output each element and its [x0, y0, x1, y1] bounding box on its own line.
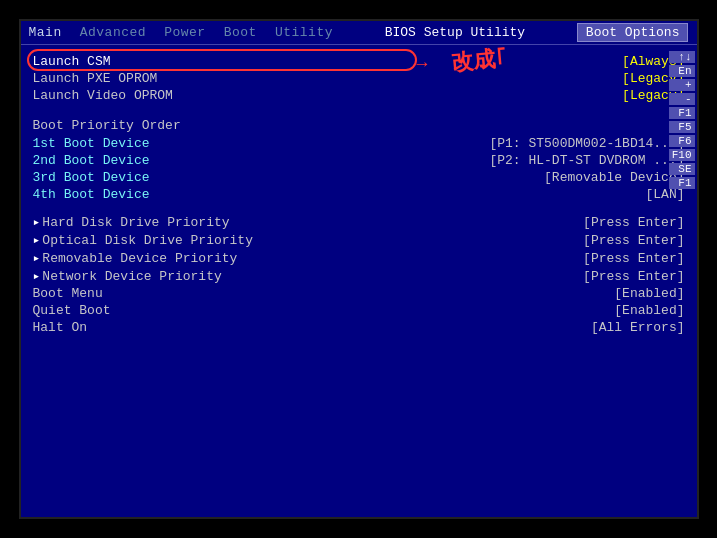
menu-utility[interactable]: Utility [275, 25, 333, 40]
launch-video-label: Launch Video OPROM [33, 88, 173, 103]
bios-screen: Main Advanced Power Boot Utility BIOS Se… [19, 19, 699, 519]
menu-power[interactable]: Power [164, 25, 206, 40]
boot-device-2-label: 2nd Boot Device [33, 153, 150, 168]
key-extra: F1 [669, 177, 695, 189]
boot-device-2-value: [P2: HL-DT-ST DVDROM ...] [489, 153, 684, 168]
bios-title: BIOS Setup Utility [385, 25, 525, 40]
halt-on-value: [All Errors] [591, 320, 685, 335]
network-priority-row[interactable]: ▸Network Device Priority [Press Enter] [33, 267, 685, 285]
boot-device-4-value: [LAN] [645, 187, 684, 202]
launch-pxe-label: Launch PXE OPROM [33, 71, 158, 86]
quiet-boot-label: Quiet Boot [33, 303, 111, 318]
boot-device-1-value: [P1: ST500DM002-1BD14...] [489, 136, 684, 151]
network-priority-label: ▸Network Device Priority [33, 268, 222, 284]
boot-menu-label: Boot Menu [33, 286, 103, 301]
key-tab: + [669, 79, 695, 91]
boot-menu-value: [Enabled] [614, 286, 684, 301]
launch-pxe-row[interactable]: Launch PXE OPROM [Legacy] [33, 70, 685, 87]
key-sidebar: ↑↓ En + - F1 F5 F6 F10 SE F1 [669, 51, 695, 189]
key-f1: F1 [669, 107, 695, 119]
boot-menu-row[interactable]: Boot Menu [Enabled] [33, 285, 685, 302]
quiet-boot-value: [Enabled] [614, 303, 684, 318]
removable-priority-row[interactable]: ▸Removable Device Priority [Press Enter] [33, 249, 685, 267]
removable-priority-value: [Press Enter] [583, 251, 684, 266]
boot-device-4-row[interactable]: 4th Boot Device [LAN] [33, 186, 685, 203]
key-f10: F10 [669, 149, 695, 161]
key-updown: ↑↓ [669, 51, 695, 63]
hdd-priority-label: ▸Hard Disk Drive Priority [33, 214, 230, 230]
key-f6: F6 [669, 135, 695, 147]
halt-on-label: Halt On [33, 320, 88, 335]
menu-main[interactable]: Main [29, 25, 62, 40]
boot-device-3-label: 3rd Boot Device [33, 170, 150, 185]
bios-content: Launch CSM [Always] Launch PXE OPROM [Le… [21, 45, 697, 344]
launch-csm-row[interactable]: Launch CSM [Always] [33, 53, 685, 70]
boot-device-1-row[interactable]: 1st Boot Device [P1: ST500DM002-1BD14...… [33, 135, 685, 152]
boot-device-3-row[interactable]: 3rd Boot Device [Removable Device] [33, 169, 685, 186]
odd-priority-value: [Press Enter] [583, 233, 684, 248]
odd-priority-row[interactable]: ▸Optical Disk Drive Priority [Press Ente… [33, 231, 685, 249]
removable-priority-label: ▸Removable Device Priority [33, 250, 238, 266]
key-minus: - [669, 93, 695, 105]
boot-device-1-label: 1st Boot Device [33, 136, 150, 151]
network-priority-value: [Press Enter] [583, 269, 684, 284]
key-esc: SE [669, 163, 695, 175]
launch-csm-label: Launch CSM [33, 54, 111, 69]
quiet-boot-row[interactable]: Quiet Boot [Enabled] [33, 302, 685, 319]
hdd-priority-row[interactable]: ▸Hard Disk Drive Priority [Press Enter] [33, 213, 685, 231]
menu-advanced[interactable]: Advanced [80, 25, 146, 40]
active-tab: Boot Options [577, 23, 689, 42]
halt-on-row[interactable]: Halt On [All Errors] [33, 319, 685, 336]
boot-device-2-row[interactable]: 2nd Boot Device [P2: HL-DT-ST DVDROM ...… [33, 152, 685, 169]
menu-boot[interactable]: Boot [224, 25, 257, 40]
boot-device-4-label: 4th Boot Device [33, 187, 150, 202]
key-enter: En [669, 65, 695, 77]
menu-bar: Main Advanced Power Boot Utility BIOS Se… [21, 21, 697, 45]
key-f5: F5 [669, 121, 695, 133]
boot-device-3-value: [Removable Device] [544, 170, 684, 185]
odd-priority-label: ▸Optical Disk Drive Priority [33, 232, 253, 248]
menu-items: Main Advanced Power Boot Utility [29, 25, 333, 40]
hdd-priority-value: [Press Enter] [583, 215, 684, 230]
launch-video-row[interactable]: Launch Video OPROM [Legacy] [33, 87, 685, 104]
boot-priority-section-title: Boot Priority Order [33, 118, 685, 133]
